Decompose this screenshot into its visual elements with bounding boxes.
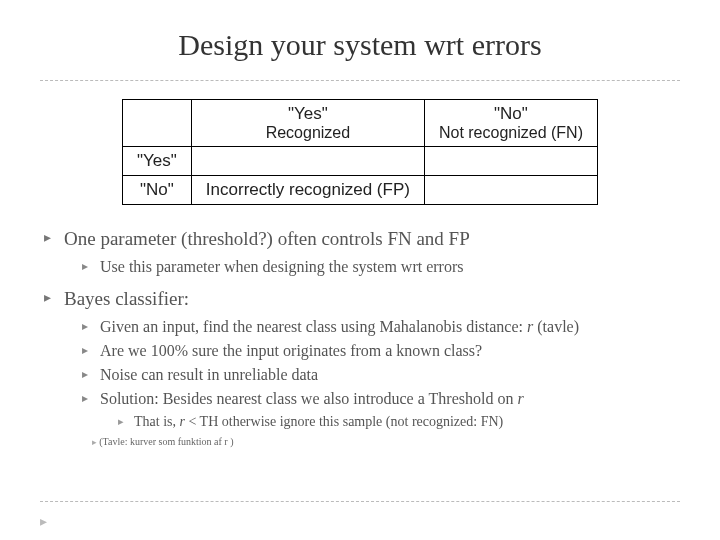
divider-top [40, 80, 680, 81]
bullet-threshold-rule: That is, r < TH otherwise ignore this sa… [118, 413, 680, 431]
footnote-tavle: (Tavle: kurver som funktion af r ) [64, 436, 680, 449]
col-header-yes: "Yes" Recognized [191, 100, 424, 147]
bullet-noise: Noise can result in unreliable data [82, 365, 680, 385]
cell-yes-no [424, 147, 597, 176]
cell-yes-yes [191, 147, 424, 176]
col-header-yes-main: "Yes" [288, 104, 328, 123]
bullet-one-parameter-text: One parameter (threshold?) often control… [64, 228, 470, 249]
row-label-yes: "Yes" [123, 147, 192, 176]
col-header-no: "No" Not recognized (FN) [424, 100, 597, 147]
bullet-mahalanobis: Given an input, find the nearest class u… [82, 317, 680, 337]
bullet-list: One parameter (threshold?) often control… [40, 227, 680, 449]
bullet-bayes-text: Bayes classifier: [64, 288, 189, 309]
cell-no-yes: Incorrectly recognized (FP) [191, 176, 424, 205]
confusion-table: "Yes" Recognized "No" Not recognized (FN… [122, 99, 598, 205]
slide-title: Design your system wrt errors [40, 28, 680, 62]
divider-bottom [40, 501, 680, 502]
bullet-sure-known-class: Are we 100% sure the input originates fr… [82, 341, 680, 361]
col-header-yes-sub: Recognized [206, 124, 410, 142]
col-header-no-main: "No" [494, 104, 528, 123]
body: One parameter (threshold?) often control… [40, 227, 680, 449]
cell-no-no [424, 176, 597, 205]
row-label-no: "No" [123, 176, 192, 205]
table-corner [123, 100, 192, 147]
slide: Design your system wrt errors "Yes" Reco… [0, 0, 720, 540]
bullet-bayes: Bayes classifier: Given an input, find t… [44, 287, 680, 449]
col-header-no-sub: Not recognized (FN) [439, 124, 583, 142]
var-r-2: r [517, 390, 523, 407]
nav-marker-icon: ▸ [40, 513, 47, 530]
bullet-solution-threshold: Solution: Besides nearest class we also … [82, 389, 680, 431]
bullet-one-parameter: One parameter (threshold?) often control… [44, 227, 680, 277]
bullet-use-parameter: Use this parameter when designing the sy… [82, 257, 680, 277]
